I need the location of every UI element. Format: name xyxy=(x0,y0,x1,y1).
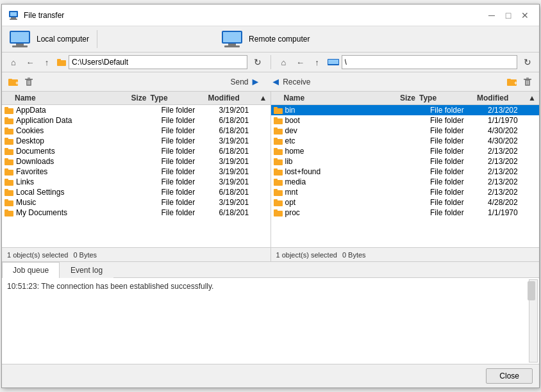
table-row[interactable]: Local Settings File folder 6/18/201 xyxy=(2,187,270,197)
remote-col-type[interactable]: Type xyxy=(419,94,477,102)
send-button[interactable]: Send ► xyxy=(226,75,264,89)
remote-new-folder-button[interactable]: + xyxy=(504,75,520,89)
table-row[interactable]: Downloads File folder 3/19/201 xyxy=(2,156,270,167)
local-col-modified[interactable]: Modified xyxy=(208,94,260,102)
remote-delete-button[interactable] xyxy=(520,75,535,89)
file-type: File folder xyxy=(162,167,219,176)
close-window-button[interactable]: ✕ xyxy=(517,9,533,22)
local-path-input[interactable] xyxy=(69,55,247,69)
maximize-button[interactable]: □ xyxy=(501,9,516,22)
local-col-size[interactable]: Size xyxy=(112,94,151,102)
svg-rect-26 xyxy=(525,79,530,86)
local-col-type[interactable]: Type xyxy=(151,94,208,102)
file-name: dev xyxy=(283,126,392,135)
remote-path-icon xyxy=(328,58,339,67)
remote-status: 1 object(s) selected 0 Bytes xyxy=(271,248,540,261)
file-name: Favorites xyxy=(13,167,123,176)
local-refresh-button[interactable]: ↻ xyxy=(250,55,265,69)
local-computer-icon xyxy=(8,30,31,48)
folder-icon xyxy=(274,148,283,155)
file-name: home xyxy=(283,147,392,156)
table-row[interactable]: opt File folder 4/28/202 xyxy=(271,197,540,208)
remote-col-modified[interactable]: Modified xyxy=(477,94,528,102)
remote-up-button[interactable]: ↑ xyxy=(310,55,325,69)
file-modified: 1/1/1970 xyxy=(488,208,539,217)
remote-col-name[interactable]: Name xyxy=(271,94,381,102)
remote-selected-count: 1 object(s) selected xyxy=(276,251,337,259)
local-computer-header: Local computer xyxy=(8,30,89,48)
remote-col-size[interactable]: Size xyxy=(381,94,419,102)
remote-file-list[interactable]: bin File folder 2/13/202 boot File folde… xyxy=(271,105,540,247)
header-divider xyxy=(97,30,97,48)
svg-rect-13 xyxy=(328,60,338,64)
local-home-button[interactable]: ⌂ xyxy=(6,55,21,69)
table-row[interactable]: AppData File folder 3/19/201 xyxy=(2,105,270,115)
remote-home-button[interactable]: ⌂ xyxy=(276,55,292,69)
table-row[interactable]: boot File folder 1/1/1970 xyxy=(271,115,540,126)
remote-refresh-button[interactable]: ↻ xyxy=(520,55,535,69)
svg-rect-24 xyxy=(507,79,511,81)
remote-computer-header: Remote computer xyxy=(221,30,310,48)
local-back-button[interactable]: ← xyxy=(22,55,38,69)
svg-rect-16 xyxy=(8,79,12,81)
window-title: File transfer xyxy=(24,11,64,20)
remote-file-pane: Name Size Type Modified ▲ bin File folde… xyxy=(271,92,540,247)
folder-icon xyxy=(4,209,13,216)
svg-rect-5 xyxy=(11,32,29,42)
tab-job-queue[interactable]: Job queue xyxy=(2,262,60,278)
tab-event-log[interactable]: Event log xyxy=(60,262,113,278)
folder-icon xyxy=(4,127,13,135)
file-name: mnt xyxy=(283,188,392,197)
table-row[interactable]: media File folder 2/13/202 xyxy=(271,177,540,187)
table-row[interactable]: lib File folder 2/13/202 xyxy=(271,156,540,167)
recv-arrow-icon: ◄ xyxy=(270,76,281,88)
table-row[interactable]: bin File folder 2/13/202 xyxy=(271,105,540,115)
file-name: Links xyxy=(13,177,123,186)
folder-icon xyxy=(274,117,283,124)
receive-button[interactable]: ◄ Receive xyxy=(267,75,314,89)
local-new-folder-button[interactable]: + xyxy=(6,75,21,89)
file-type: File folder xyxy=(430,126,488,135)
tabs-row: Job queue Event log xyxy=(2,262,539,278)
file-name: Application Data xyxy=(13,116,123,125)
file-type: File folder xyxy=(430,208,488,217)
file-type: File folder xyxy=(162,157,219,166)
scrollbar-thumb[interactable] xyxy=(528,281,535,300)
table-row[interactable]: My Documents File folder 6/18/201 xyxy=(2,208,270,218)
remote-path-input[interactable] xyxy=(342,55,518,69)
file-name: boot xyxy=(283,116,392,125)
local-up-button[interactable]: ↑ xyxy=(39,55,54,69)
table-row[interactable]: Music File folder 3/19/201 xyxy=(2,197,270,208)
local-delete-button[interactable] xyxy=(21,75,37,89)
table-row[interactable]: Links File folder 3/19/201 xyxy=(2,177,270,187)
nav-divider xyxy=(270,55,271,69)
scrollbar[interactable] xyxy=(529,279,538,363)
local-selected-count: 1 object(s) selected xyxy=(7,251,68,259)
table-row[interactable]: mnt File folder 2/13/202 xyxy=(271,187,540,197)
folder-icon xyxy=(4,168,13,176)
table-row[interactable]: proc File folder 1/1/1970 xyxy=(271,208,540,218)
file-modified: 6/18/201 xyxy=(219,116,270,125)
file-modified: 6/18/201 xyxy=(219,126,270,135)
table-row[interactable]: Application Data File folder 6/18/201 xyxy=(2,115,270,126)
table-row[interactable]: Desktop File folder 3/19/201 xyxy=(2,136,270,146)
remote-back-button[interactable]: ← xyxy=(293,55,308,69)
local-file-list[interactable]: AppData File folder 3/19/201 Application… xyxy=(2,105,270,247)
file-modified: 3/19/201 xyxy=(219,167,270,176)
table-row[interactable]: Documents File folder 6/18/201 xyxy=(2,146,270,156)
table-row[interactable]: etc File folder 4/30/202 xyxy=(271,136,540,146)
svg-rect-7 xyxy=(12,45,28,47)
file-name: Documents xyxy=(13,147,123,156)
minimize-button[interactable]: ─ xyxy=(484,9,499,22)
folder-icon xyxy=(274,107,283,114)
table-row[interactable]: home File folder 2/13/202 xyxy=(271,146,540,156)
table-row[interactable]: Cookies File folder 6/18/201 xyxy=(2,126,270,136)
table-row[interactable]: lost+found File folder 2/13/202 xyxy=(271,167,540,177)
local-file-pane: Name Size Type Modified ▲ AppData File f… xyxy=(2,92,271,247)
local-col-name[interactable]: Name xyxy=(2,94,112,102)
table-row[interactable]: dev File folder 4/30/202 xyxy=(271,126,540,136)
svg-rect-29 xyxy=(526,81,528,85)
close-button[interactable]: Close xyxy=(486,368,533,384)
folder-icon xyxy=(274,189,283,196)
table-row[interactable]: Favorites File folder 3/19/201 xyxy=(2,167,270,177)
